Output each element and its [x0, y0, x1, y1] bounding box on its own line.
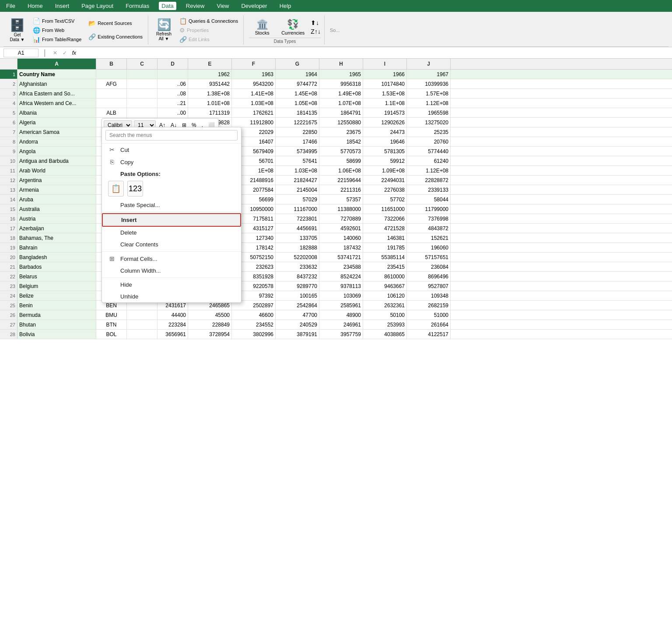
cell-a23[interactable]: Belgium — [18, 281, 96, 291]
cell-a18[interactable]: Bahamas, The — [18, 233, 96, 242]
cell-j8[interactable]: 20760 — [407, 137, 451, 146]
cell-h13[interactable]: 2211316 — [319, 185, 363, 194]
cell-j14[interactable]: 58044 — [407, 195, 451, 204]
insert-menu-item[interactable]: Insert — [102, 213, 241, 227]
menu-file[interactable]: File — [4, 2, 18, 10]
existing-connections-button[interactable]: 🔗 Existing Connections — [87, 32, 144, 41]
recent-sources-button[interactable]: 📂 Recent Sources — [87, 19, 144, 28]
cell-a7[interactable]: American Samoa — [18, 127, 96, 137]
row-number[interactable]: 3 — [0, 89, 18, 98]
cell-a14[interactable]: Aruba — [18, 195, 96, 204]
hide-menu-item[interactable]: Hide — [102, 279, 241, 291]
row-number[interactable]: 25 — [0, 301, 18, 310]
cell-b4[interactable] — [96, 98, 127, 108]
cell-e26[interactable]: 45500 — [188, 310, 232, 320]
cell-e1[interactable]: 1962 — [188, 70, 232, 79]
context-menu-search-input[interactable] — [105, 130, 238, 140]
cell-g22[interactable]: 8437232 — [276, 272, 319, 281]
cell-i2[interactable]: 10174840 — [363, 79, 407, 88]
row-number[interactable]: 14 — [0, 195, 18, 204]
cell-g13[interactable]: 2145004 — [276, 185, 319, 194]
cell-a10[interactable]: Antigua and Barbuda — [18, 156, 96, 165]
properties-button[interactable]: ⚙ Properties — [178, 26, 240, 35]
cell-j6[interactable]: 13275020 — [407, 118, 451, 127]
cell-b2[interactable]: AFG — [96, 79, 127, 88]
cell-g28[interactable]: 3879191 — [276, 330, 319, 339]
cell-f27[interactable]: 234552 — [232, 320, 276, 329]
cell-a24[interactable]: Belize — [18, 291, 96, 300]
paste-special-menu-item[interactable]: Paste Special... — [102, 199, 241, 211]
cell-i24[interactable]: 106120 — [363, 291, 407, 300]
cancel-icon[interactable]: ✕ — [51, 50, 59, 56]
stocks-button[interactable]: 🏛️ Stocks — [249, 17, 275, 37]
queries-connections-button[interactable]: 📋 Queries & Connections — [178, 17, 240, 25]
cell-c2[interactable] — [127, 79, 158, 88]
menu-page-layout[interactable]: Page Layout — [79, 2, 116, 10]
row-number[interactable]: 21 — [0, 262, 18, 271]
cell-a13[interactable]: Armenia — [18, 185, 96, 194]
cell-d5[interactable]: ..00 — [158, 108, 188, 117]
cell-i21[interactable]: 235415 — [363, 262, 407, 271]
cell-j1[interactable]: 1967 — [407, 70, 451, 79]
cell-f1[interactable]: 1963 — [232, 70, 276, 79]
cell-i13[interactable]: 2276038 — [363, 185, 407, 194]
col-header-b[interactable]: B — [96, 59, 127, 69]
cell-h19[interactable]: 187432 — [319, 243, 363, 252]
row-number[interactable]: 22 — [0, 272, 18, 281]
cell-a20[interactable]: Bangladesh — [18, 253, 96, 262]
cell-j10[interactable]: 61240 — [407, 156, 451, 165]
cell-i7[interactable]: 24473 — [363, 127, 407, 137]
cell-h22[interactable]: 8524224 — [319, 272, 363, 281]
cell-d27[interactable]: 223284 — [158, 320, 188, 329]
cell-b26[interactable]: BMU — [96, 310, 127, 320]
cell-i25[interactable]: 2632361 — [363, 301, 407, 310]
cell-g26[interactable]: 47700 — [276, 310, 319, 320]
cell-a16[interactable]: Austria — [18, 214, 96, 223]
cell-i11[interactable]: 1.09E+08 — [363, 166, 407, 175]
cell-j17[interactable]: 4843872 — [407, 224, 451, 233]
cell-e2[interactable]: 9351442 — [188, 79, 232, 88]
cell-b3[interactable] — [96, 89, 127, 98]
cell-a19[interactable]: Bahrain — [18, 243, 96, 252]
cell-g11[interactable]: 1.03E+08 — [276, 166, 319, 175]
cell-f26[interactable]: 46600 — [232, 310, 276, 320]
cell-a4[interactable]: Africa Western and Ce... — [18, 98, 96, 108]
col-header-e[interactable]: E — [188, 59, 232, 69]
delete-menu-item[interactable]: Delete — [102, 227, 241, 239]
menu-help[interactable]: Help — [277, 2, 294, 10]
cell-e3[interactable]: 1.38E+08 — [188, 89, 232, 98]
cell-i14[interactable]: 57702 — [363, 195, 407, 204]
from-table-range-button[interactable]: 📊 From Table/Range — [31, 35, 83, 44]
cell-h5[interactable]: 1864791 — [319, 108, 363, 117]
cell-a15[interactable]: Australia — [18, 204, 96, 214]
currencies-button[interactable]: 💱 Currencies — [279, 17, 307, 37]
cell-i3[interactable]: 1.53E+08 — [363, 89, 407, 98]
menu-developer[interactable]: Developer — [238, 2, 270, 10]
menu-home[interactable]: Home — [25, 2, 46, 10]
cell-h9[interactable]: 5770573 — [319, 147, 363, 156]
cell-d2[interactable]: ..06 — [158, 79, 188, 88]
cell-h2[interactable]: 9956318 — [319, 79, 363, 88]
cell-h21[interactable]: 234588 — [319, 262, 363, 271]
cell-g5[interactable]: 1814135 — [276, 108, 319, 117]
cell-j24[interactable]: 109348 — [407, 291, 451, 300]
cell-d28[interactable]: 3656961 — [158, 330, 188, 339]
row-number[interactable]: 23 — [0, 281, 18, 291]
cell-c5[interactable] — [127, 108, 158, 117]
cell-a25[interactable]: Benin — [18, 301, 96, 310]
menu-data[interactable]: Data — [159, 2, 176, 10]
cell-g1[interactable]: 1964 — [276, 70, 319, 79]
format-cells-menu-item[interactable]: ⊞ Format Cells... — [102, 253, 241, 265]
cell-i19[interactable]: 191785 — [363, 243, 407, 252]
cell-g10[interactable]: 57641 — [276, 156, 319, 165]
cell-a26[interactable]: Bermuda — [18, 310, 96, 320]
cell-i26[interactable]: 50100 — [363, 310, 407, 320]
cell-g6[interactable]: 12221675 — [276, 118, 319, 127]
from-text-csv-button[interactable]: 📄 From Text/CSV — [31, 17, 83, 25]
copy-menu-item[interactable]: ⎘ Copy — [102, 156, 241, 168]
cell-e27[interactable]: 228849 — [188, 320, 232, 329]
cell-g18[interactable]: 133705 — [276, 233, 319, 242]
cell-a3[interactable]: Africa Eastern and So... — [18, 89, 96, 98]
cell-f5[interactable]: 1762621 — [232, 108, 276, 117]
cell-a9[interactable]: Angola — [18, 147, 96, 156]
